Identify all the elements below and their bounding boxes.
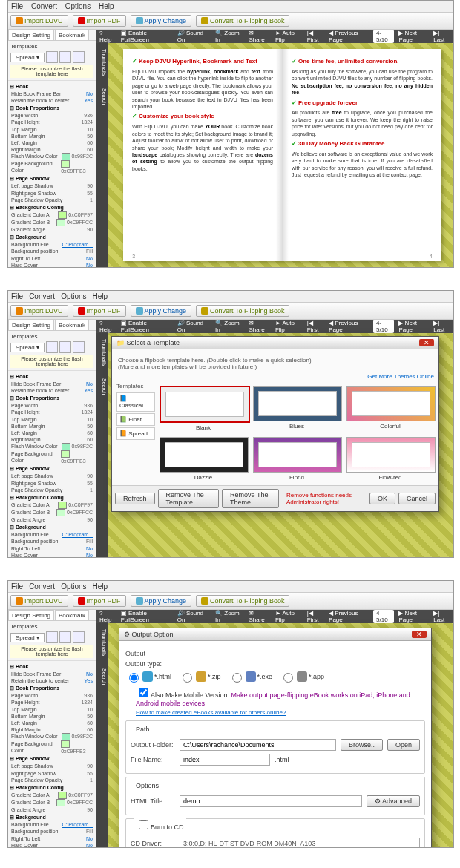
tpl-type-classical[interactable]: 📘 Classical — [116, 392, 155, 412]
viewer-zoom[interactable]: 🔍 Zoom In — [215, 30, 243, 43]
viewer-prev[interactable]: ◀ Previous Page — [329, 30, 369, 43]
apply-change-button[interactable]: Apply Change — [131, 15, 192, 27]
radio-html[interactable]: *.html — [125, 671, 171, 683]
viewer-last[interactable]: ▶| Last — [433, 30, 450, 43]
exe-icon — [246, 671, 256, 682]
import-pdf-button[interactable]: Import PDF — [73, 595, 126, 607]
viewer-share[interactable]: ✉ Share — [249, 30, 269, 43]
tpl-type-spread[interactable]: 📙 Spread — [116, 427, 155, 440]
group-bg[interactable]: ⊟ Background — [10, 233, 94, 241]
filename-input[interactable] — [180, 754, 270, 766]
ok-button[interactable]: OK — [369, 493, 395, 504]
book-page-right: ✓One-time fee, unlimited conversion. As … — [283, 49, 441, 261]
viewer-side-tabs: Thumbnails Search — [96, 43, 108, 267]
convert-icon — [201, 17, 208, 24]
menu-file[interactable]: File — [11, 2, 23, 10]
apply-change-button[interactable]: Apply Change — [131, 305, 192, 317]
app-icon — [297, 671, 307, 682]
tab-search[interactable]: Search — [96, 82, 108, 111]
radio-app[interactable]: *.app — [280, 671, 324, 683]
flipbook-viewer: ? Help ▣ Enable FullScreen 🔊 Sound On 🔍 … — [96, 30, 453, 267]
import-djvu-button[interactable]: Import DJVU — [10, 305, 68, 317]
get-themes-link[interactable]: Get More Themes Online — [367, 373, 434, 380]
dialog-footer: Refresh Remove The Template Remove The T… — [112, 485, 438, 511]
viewer-next[interactable]: ▶ Next Page — [398, 30, 429, 43]
dialog-titlebar: ⚙ Output Option✕ — [119, 628, 431, 641]
open-button[interactable]: Open — [387, 739, 420, 751]
radio-zip[interactable]: *.zip — [179, 671, 221, 683]
page-counter[interactable]: 4-5/10 — [373, 30, 394, 43]
viewer-autoflip[interactable]: ► Auto Flip — [275, 30, 303, 43]
tpl-blues[interactable]: Blues — [253, 386, 341, 431]
template-import-icon[interactable] — [59, 51, 71, 63]
output-section-label: Output — [125, 650, 425, 657]
advanced-button[interactable]: ⚙ Advanced — [367, 795, 420, 807]
tpl-dazzle[interactable]: Dazzle — [160, 437, 247, 481]
cancel-button[interactable]: Cancel — [398, 493, 436, 504]
folder-icon: 📁 — [116, 339, 125, 346]
admin-warning: Remove functions needs Administrator rig… — [286, 492, 367, 505]
book-spread[interactable]: ✓Keep DJVU Hyperlink, Bookmark and Text … — [123, 49, 441, 261]
refresh-button[interactable]: Refresh — [115, 493, 155, 504]
template-dropdown[interactable]: Spread ▾ — [10, 53, 45, 62]
convert-book-button[interactable]: Convert To Flipping Book — [196, 15, 289, 27]
screenshot-2: FileConvertOptionsHelp Import DJVU Impor… — [7, 290, 454, 558]
group-book[interactable]: ⊟ Book — [10, 82, 94, 91]
viewer-toolbar: ? Help ▣ Enable FullScreen 🔊 Sound On 🔍 … — [96, 30, 453, 43]
import-pdf-button[interactable]: Import PDF — [73, 15, 126, 27]
viewer-first[interactable]: |◀ First — [307, 30, 324, 43]
import-djvu-icon — [16, 17, 23, 24]
tab-thumbnails[interactable]: Thumbnails — [96, 43, 108, 82]
book-page-left: ✓Keep DJVU Hyperlink, Bookmark and Text … — [123, 49, 283, 261]
tab-bookmark[interactable]: Bookmark — [55, 30, 89, 40]
radio-exe[interactable]: *.exe — [229, 671, 273, 683]
remove-theme-button[interactable]: Remove The Theme — [222, 489, 279, 508]
group-proportions[interactable]: ⊟ Book Proportions — [10, 104, 94, 112]
template-browse-icon[interactable] — [46, 51, 58, 63]
close-icon[interactable]: ✕ — [412, 631, 427, 638]
close-icon[interactable]: ✕ — [419, 339, 434, 346]
group-shadow[interactable]: ⊟ Page Shadow — [10, 174, 94, 183]
zip-icon — [196, 671, 206, 682]
convert-book-button[interactable]: Convert To Flipping Book — [196, 595, 289, 607]
viewer-sound[interactable]: 🔊 Sound On — [177, 30, 209, 43]
template-dropdown[interactable]: Spread ▾ — [10, 343, 45, 352]
cd-driver-select — [180, 838, 420, 847]
sidebar-tabs: Design Setting Bookmark — [8, 30, 96, 41]
property-grid: ⊟ Book Hide Book Frame BarNo Retain the … — [8, 81, 96, 267]
mobile-checkbox[interactable] — [139, 688, 148, 697]
output-folder-input[interactable] — [180, 739, 336, 751]
menu-help[interactable]: Help — [99, 2, 114, 10]
tpl-flow-red[interactable]: Flow-red — [346, 437, 434, 481]
tpl-blank[interactable]: Blank — [160, 386, 247, 431]
gear-icon: ⚙ — [124, 631, 130, 638]
main-toolbar: Import DJVU Import PDF Apply Change Conv… — [8, 13, 453, 30]
screenshot-3: FileConvertOptionsHelp Import DJVU Impor… — [7, 580, 454, 848]
template-type-list: Templates 📘 Classical 📗 Float 📙 Spread — [116, 383, 155, 441]
viewer-fullscreen[interactable]: ▣ Enable FullScreen — [121, 30, 171, 43]
menu-convert[interactable]: Convert — [31, 2, 57, 10]
tpl-type-float[interactable]: 📗 Float — [116, 413, 155, 426]
tpl-colorful[interactable]: Colorful — [346, 386, 434, 431]
screenshot-1: File Convert Options Help Import DJVU Im… — [7, 0, 454, 268]
howto-link[interactable]: How to make created eBooks available for… — [136, 709, 286, 716]
html-title-input[interactable] — [180, 795, 362, 807]
apply-change-button[interactable]: Apply Change — [131, 595, 192, 607]
path-section-label: Path — [134, 726, 152, 733]
remove-template-button[interactable]: Remove The Template — [158, 489, 220, 508]
import-pdf-button[interactable]: Import PDF — [73, 305, 126, 317]
group-bgconfig[interactable]: ⊟ Background Config — [10, 203, 94, 211]
burn-cd-checkbox[interactable] — [139, 820, 148, 829]
viewer-help[interactable]: ? Help — [99, 30, 115, 43]
import-djvu-button[interactable]: Import DJVU — [10, 15, 68, 27]
convert-book-button[interactable]: Convert To Flipping Book — [196, 305, 289, 317]
design-sidebar: Design Setting Bookmark Templates Spread… — [8, 30, 96, 267]
browse-button[interactable]: Browse.. — [341, 739, 383, 751]
tpl-florid[interactable]: Florid — [253, 437, 341, 481]
menu-options[interactable]: Options — [65, 2, 91, 10]
import-djvu-button[interactable]: Import DJVU — [10, 595, 68, 607]
template-export-icon[interactable] — [73, 51, 85, 63]
options-section-label: Options — [134, 782, 161, 789]
template-note: Please customize the flash template here — [10, 65, 93, 78]
tab-design-setting[interactable]: Design Setting — [8, 30, 54, 40]
